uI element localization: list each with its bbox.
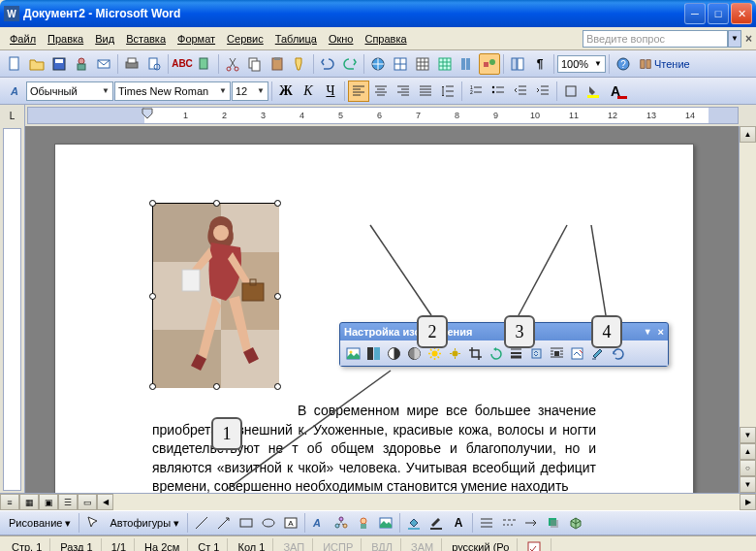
status-ovwr[interactable]: ЗАМ — [403, 538, 442, 552]
font-color-draw-button[interactable]: A — [448, 512, 469, 534]
picture-toolbar-close-icon[interactable]: × — [658, 326, 664, 338]
columns-button[interactable] — [457, 53, 478, 75]
menu-view[interactable]: Вид — [89, 31, 120, 47]
hyperlink-button[interactable] — [367, 53, 389, 75]
save-button[interactable] — [48, 53, 70, 75]
scroll-right-button[interactable]: ▶ — [740, 494, 756, 510]
color-mode-button[interactable] — [363, 343, 383, 363]
highlight-button[interactable] — [583, 81, 604, 102]
web-view-button[interactable]: ▦ — [19, 494, 39, 510]
redo-button[interactable] — [339, 53, 361, 75]
help-search-input[interactable]: Введите вопрос — [583, 30, 728, 48]
menu-tools[interactable]: Сервис — [221, 31, 269, 47]
drawing-toolbar-button[interactable] — [479, 53, 500, 75]
outline-view-button[interactable]: ☰ — [58, 494, 78, 510]
insert-table-button[interactable] — [412, 53, 433, 75]
next-page-button[interactable]: ▼ — [740, 476, 756, 493]
fill-color-button[interactable] — [403, 512, 425, 534]
print-layout-view-button[interactable]: ▣ — [39, 494, 58, 510]
scroll-left-button[interactable]: ◀ — [97, 494, 113, 510]
browse-object-button[interactable]: ○ — [740, 460, 756, 476]
help-search-dropdown[interactable]: ▼ — [728, 30, 741, 48]
line-spacing-button[interactable] — [437, 81, 458, 102]
close-doc-button[interactable]: × — [745, 32, 752, 46]
tables-borders-button[interactable] — [390, 53, 411, 75]
drawing-menu[interactable]: Рисование ▾ — [4, 516, 76, 531]
horizontal-scrollbar[interactable]: ◀ ▶ — [97, 494, 756, 510]
permission-button[interactable] — [71, 53, 92, 75]
normal-view-button[interactable]: ≡ — [0, 494, 19, 510]
3d-button[interactable] — [565, 512, 586, 534]
arrow-button[interactable] — [213, 512, 235, 534]
oval-button[interactable] — [258, 512, 279, 534]
print-preview-button[interactable] — [143, 53, 165, 75]
menu-file[interactable]: Файл — [4, 31, 42, 47]
wordart-button[interactable]: A — [308, 512, 330, 534]
bold-button[interactable]: Ж — [275, 81, 297, 102]
help-button[interactable]: ? — [613, 53, 634, 75]
print-button[interactable] — [121, 53, 142, 75]
rotate-left-button[interactable] — [486, 343, 505, 363]
more-contrast-button[interactable] — [384, 343, 403, 363]
undo-button[interactable] — [317, 53, 338, 75]
borders-button[interactable] — [560, 81, 582, 102]
prev-page-button[interactable]: ▲ — [740, 443, 756, 460]
align-right-button[interactable] — [393, 81, 414, 102]
doc-map-button[interactable] — [507, 53, 528, 75]
decrease-indent-button[interactable] — [510, 81, 531, 102]
numbering-button[interactable]: 12 — [465, 81, 487, 102]
format-picture-button[interactable] — [567, 343, 586, 363]
status-spell-icon[interactable] — [520, 538, 551, 552]
scroll-up-button[interactable]: ▲ — [740, 126, 756, 143]
clipart-button[interactable] — [353, 512, 374, 534]
status-rec[interactable]: ЗАП — [275, 538, 313, 552]
select-objects-button[interactable] — [82, 512, 104, 534]
format-painter-button[interactable] — [289, 53, 310, 75]
email-button[interactable] — [93, 53, 114, 75]
line-color-button[interactable] — [425, 512, 447, 534]
horizontal-ruler[interactable]: 1 2 1 2 3 4 5 6 7 8 9 10 11 12 13 14 — [27, 107, 739, 124]
scroll-down-button[interactable]: ▼ — [740, 427, 756, 443]
align-justify-button[interactable] — [415, 81, 436, 102]
paste-button[interactable] — [267, 53, 288, 75]
rectangle-button[interactable] — [236, 512, 257, 534]
shadow-button[interactable] — [543, 512, 564, 534]
cut-button[interactable] — [222, 53, 243, 75]
picture-toolbar-options-icon[interactable]: ▼ — [644, 327, 652, 337]
autoshapes-menu[interactable]: Автофигуры ▾ — [105, 516, 184, 531]
vertical-ruler[interactable] — [0, 126, 25, 493]
new-doc-button[interactable] — [4, 53, 25, 75]
spelling-button[interactable]: ABC — [172, 53, 193, 75]
research-button[interactable] — [194, 53, 215, 75]
font-size-combo[interactable]: 12▼ — [232, 81, 268, 101]
menu-window[interactable]: Окно — [323, 31, 360, 47]
diagram-button[interactable] — [331, 512, 352, 534]
style-combo[interactable]: Обычный▼ — [26, 81, 113, 101]
italic-button[interactable]: К — [298, 81, 319, 102]
underline-button[interactable]: Ч — [320, 81, 341, 102]
menu-format[interactable]: Формат — [172, 31, 221, 47]
font-combo[interactable]: Times New Roman▼ — [114, 81, 231, 101]
insert-image-button[interactable] — [375, 512, 396, 534]
menu-table[interactable]: Таблица — [269, 31, 323, 47]
minimize-button[interactable]: ─ — [684, 3, 706, 24]
menu-help[interactable]: Справка — [359, 31, 412, 47]
vertical-scrollbar[interactable]: ▲ ▼ ▲ ○ ▼ — [739, 126, 756, 493]
arrow-style-button[interactable] — [520, 512, 542, 534]
align-center-button[interactable] — [370, 81, 392, 102]
menu-edit[interactable]: Правка — [42, 31, 89, 47]
status-lang[interactable]: русский (Ро — [444, 538, 518, 552]
less-brightness-button[interactable] — [445, 343, 464, 363]
copy-button[interactable] — [244, 53, 266, 75]
align-left-button[interactable] — [348, 81, 369, 102]
status-ext[interactable]: ВДЛ — [363, 538, 401, 552]
show-marks-button[interactable]: ¶ — [529, 53, 551, 75]
reading-layout-button[interactable]: Чтение — [635, 57, 694, 71]
close-button[interactable]: ✕ — [731, 3, 752, 24]
zoom-combo[interactable]: 100%▼ — [557, 55, 606, 73]
dash-style-button[interactable] — [498, 512, 520, 534]
text-wrap-button[interactable] — [547, 343, 566, 363]
selected-image[interactable] — [152, 203, 278, 387]
document-area[interactable]: В современном мире все большее значение … — [25, 126, 739, 493]
styles-pane-button[interactable]: A — [4, 81, 25, 102]
